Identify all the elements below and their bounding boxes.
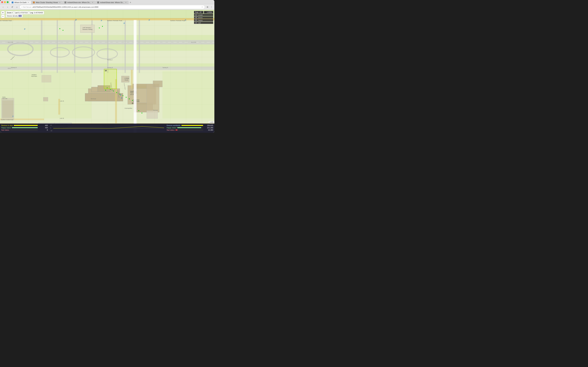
stat-happy-bar bbox=[12, 127, 38, 128]
lng-label: Lng bbox=[30, 12, 33, 14]
stats-right: Devices worldwide 236,625 Happy status 2… bbox=[165, 124, 214, 133]
key-sad-label: sad bbox=[198, 22, 201, 24]
stats-left: Devices in view 430 Happy status 430 Sad… bbox=[0, 124, 49, 133]
stat-devices-left-value: 430 bbox=[39, 125, 48, 126]
stat-happy-fill bbox=[12, 127, 38, 128]
rate-value: 1,000/s bbox=[204, 11, 213, 13]
home-button[interactable]: ⌂ bbox=[15, 5, 19, 9]
key-happy-label: happy bbox=[198, 19, 203, 21]
lat-display: Lat 51.47337322 bbox=[14, 11, 29, 14]
zoom-out-button[interactable]: − bbox=[1, 15, 5, 18]
extensions-button[interactable]: ⊞ bbox=[206, 5, 209, 9]
rate-row: Rate +R'-' 1,000/s bbox=[194, 11, 213, 13]
forward-button[interactable]: › bbox=[6, 5, 9, 9]
svg-rect-135 bbox=[134, 20, 137, 133]
close-button[interactable] bbox=[1, 1, 3, 3]
stat-happy-right-value: 221,265 bbox=[204, 127, 213, 129]
density-value: 16 bbox=[18, 15, 22, 17]
key-row-happy: h happy bbox=[194, 19, 213, 21]
stat-devices-right-value: 236,625 bbox=[204, 125, 213, 126]
stat-row-happy-left: Happy status 430 bbox=[1, 127, 48, 129]
lng-display: Lng -0.45769405 bbox=[29, 11, 44, 14]
zoom-display: Zoom 3 bbox=[6, 11, 14, 14]
url-text[interactable]: a91076d00ad1f4342befdaf380dc6850-1105511… bbox=[33, 6, 200, 8]
map-controls: + − bbox=[1, 11, 5, 18]
stats-chart: 20 0 -20 bbox=[49, 124, 165, 133]
stat-happy-right-bar bbox=[177, 127, 203, 128]
key-row-sad: s sad bbox=[194, 22, 213, 24]
stat-sad-left-label: Sad status bbox=[1, 129, 9, 131]
svg-rect-133 bbox=[104, 69, 117, 89]
key-c[interactable]: c bbox=[195, 14, 197, 16]
map-container[interactable]: 09L/27R 09L/27R 09/27 bbox=[0, 10, 214, 133]
window-buttons bbox=[1, 1, 9, 3]
stat-row-devices-right: Devices worldwide 236,625 bbox=[167, 125, 213, 126]
tab-close-button[interactable]: ✕ bbox=[92, 1, 94, 3]
tabs-bar: Where On Earth ✕ Akka Cluster Sharding V… bbox=[10, 0, 132, 4]
tab-woe-sim[interactable]: mckeeh3/woe-sim: Where On... ✕ bbox=[63, 1, 95, 4]
rate-label: Rate +R'-' bbox=[194, 11, 203, 13]
not-secure-label: Not Secure bbox=[23, 6, 32, 8]
minimize-button[interactable] bbox=[4, 1, 6, 3]
tab-akka[interactable]: Akka Cluster Sharding Viewer ✕ bbox=[31, 1, 63, 4]
stat-devices-bar bbox=[14, 125, 38, 126]
tab-close-button[interactable]: ✕ bbox=[27, 1, 29, 3]
key-h[interactable]: h bbox=[195, 19, 197, 21]
tab-label: mckeeh3/woe-sim: Where On... bbox=[67, 1, 91, 3]
chart-svg: 20 0 -20 bbox=[50, 124, 164, 132]
reload-button[interactable]: ↺ bbox=[10, 5, 14, 9]
leaflet-text: Leaflet bbox=[209, 121, 214, 123]
rate-control: Rate +R'-' 1,000/s c create d delete h h… bbox=[194, 11, 213, 24]
stat-happy-left-label: Happy status bbox=[1, 127, 11, 129]
security-indicator: ⚠ Not Secure bbox=[21, 6, 32, 8]
stat-happy-right-label: Happy status bbox=[167, 127, 176, 129]
addressbar: ‹ › ↺ ⌂ ⚠ Not Secure a91076d00ad1f4342be… bbox=[0, 4, 214, 10]
stat-sad-left-value: 0 bbox=[39, 129, 48, 131]
settings-button[interactable]: ⋮ bbox=[210, 5, 213, 9]
svg-text:-20: -20 bbox=[50, 130, 52, 132]
lat-value: 51.47337322 bbox=[18, 12, 28, 14]
tab-woe-twin[interactable]: mckeeh3/woe-twin: Where On... ✕ bbox=[95, 1, 129, 4]
map-background: 09L/27R 09L/27R 09/27 bbox=[0, 10, 214, 133]
zoom-in-button[interactable]: + bbox=[1, 11, 5, 14]
bookmark-button[interactable]: ☆ bbox=[201, 6, 203, 8]
stat-sad-right-value: 15,360 bbox=[204, 129, 213, 131]
back-button[interactable]: ‹ bbox=[1, 5, 5, 9]
density-bar: Device density 16 bbox=[6, 14, 23, 17]
tab-where-on-earth[interactable]: Where On Earth ✕ bbox=[10, 1, 31, 4]
lng-value: -0.45769405 bbox=[34, 12, 43, 14]
stat-sad-right-fill bbox=[175, 130, 177, 130]
key-row-delete: d delete bbox=[194, 16, 213, 19]
tab-favicon bbox=[97, 1, 99, 3]
stat-devices-right-fill bbox=[182, 125, 203, 126]
svg-text:0: 0 bbox=[50, 127, 51, 129]
svg-text:20: 20 bbox=[50, 125, 52, 126]
zoom-value: 3 bbox=[12, 12, 13, 14]
tab-close-button[interactable]: ✕ bbox=[59, 1, 61, 3]
key-row-create: c create bbox=[194, 14, 213, 16]
stat-row-sad-right: Sad status 15,360 bbox=[167, 129, 213, 131]
key-create-label: create bbox=[198, 14, 203, 16]
tab-favicon bbox=[12, 1, 13, 3]
new-tab-button[interactable]: + bbox=[129, 1, 132, 4]
tab-label: mckeeh3/woe-twin: Where On... bbox=[100, 1, 124, 3]
zoom-label: Zoom bbox=[7, 12, 11, 14]
stat-devices-right-label: Devices worldwide bbox=[167, 125, 181, 126]
stat-devices-left-label: Devices in view bbox=[1, 125, 13, 126]
density-display: Device density 16 bbox=[6, 14, 23, 17]
maximize-button[interactable] bbox=[7, 1, 9, 3]
stat-row-happy-right: Happy status 221,265 bbox=[167, 127, 213, 129]
info-bar: Zoom 3 Lat 51.47337322 Lng -0.45769405 bbox=[6, 11, 44, 14]
stats-bar: Devices in view 430 Happy status 430 Sad… bbox=[0, 124, 214, 133]
tab-close-button[interactable]: ✕ bbox=[125, 1, 127, 3]
key-d[interactable]: d bbox=[195, 17, 197, 18]
tab-label: Where On Earth bbox=[14, 1, 26, 3]
key-delete-label: delete bbox=[198, 17, 203, 18]
tab-favicon bbox=[33, 1, 35, 3]
titlebar: Where On Earth ✕ Akka Cluster Sharding V… bbox=[0, 0, 214, 4]
key-s[interactable]: s bbox=[195, 22, 197, 24]
density-label: Device density bbox=[7, 15, 18, 17]
address-box[interactable]: ⚠ Not Secure a91076d00ad1f4342befdaf380d… bbox=[20, 5, 205, 9]
stat-devices-right-bar bbox=[182, 125, 203, 126]
stat-sad-right-bar bbox=[175, 130, 203, 130]
